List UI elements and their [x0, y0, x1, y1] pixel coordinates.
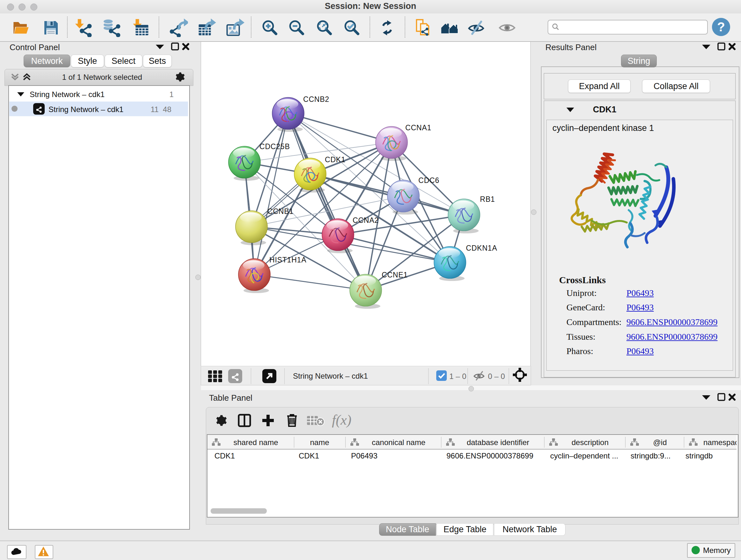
svg-text:RB1: RB1 [480, 195, 495, 203]
svg-text:CCNE1: CCNE1 [382, 271, 408, 279]
svg-text:CDC6: CDC6 [418, 176, 440, 185]
svg-text:CCNA1: CCNA1 [405, 124, 431, 132]
svg-text:HIST1H1A: HIST1H1A [269, 256, 307, 264]
svg-text:CCNB2: CCNB2 [303, 95, 329, 104]
svg-text:CCNA2: CCNA2 [353, 216, 379, 225]
svg-text:CDKN1A: CDKN1A [466, 244, 497, 252]
svg-text:CDC25B: CDC25B [259, 142, 290, 151]
svg-text:CCNB1: CCNB1 [267, 207, 293, 215]
svg-text:CDK1: CDK1 [325, 155, 346, 164]
